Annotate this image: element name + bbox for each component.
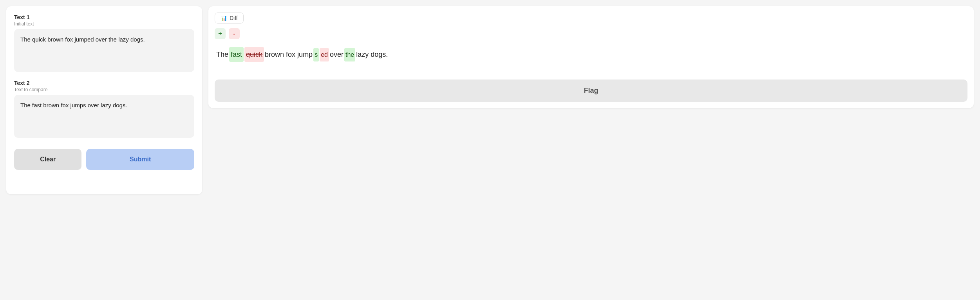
text1-sublabel: Initial text — [14, 21, 194, 27]
diff-tab-row: 📊 Diff — [215, 13, 967, 23]
diff-icon: 📊 — [221, 15, 227, 21]
left-panel: Text 1 Initial text Text 2 Text to compa… — [6, 6, 202, 194]
diff-word-fast: fast — [229, 47, 244, 62]
clear-button[interactable]: Clear — [14, 149, 81, 170]
diff-tab-label: Diff — [230, 15, 238, 21]
action-buttons: Clear Submit — [14, 149, 194, 170]
text2-input[interactable] — [14, 95, 194, 138]
text1-label: Text 1 — [14, 14, 194, 20]
text1-section: Text 1 Initial text — [14, 14, 194, 74]
diff-tab[interactable]: 📊 Diff — [215, 13, 244, 23]
diff-word-brownfoxjump: brown fox jump — [265, 47, 313, 61]
submit-button[interactable]: Submit — [86, 149, 194, 170]
text2-section: Text 2 Text to compare — [14, 80, 194, 139]
toggle-row: + - — [215, 28, 967, 39]
minus-toggle[interactable]: - — [229, 28, 240, 39]
diff-result: The fast quick brown fox jump s ed over … — [215, 44, 967, 65]
diff-char-s-added: s — [313, 48, 319, 61]
diff-word-quick: quick — [244, 47, 264, 62]
flag-button[interactable]: Flag — [215, 80, 967, 102]
diff-word-lazydogs: lazy dogs. — [356, 47, 388, 61]
text1-input[interactable] — [14, 29, 194, 72]
text2-label: Text 2 — [14, 80, 194, 86]
diff-word-the: The — [216, 47, 228, 61]
diff-word-over: over — [330, 47, 344, 61]
diff-word-the-removed: the — [344, 48, 355, 61]
diff-char-ed-removed: ed — [320, 48, 329, 61]
right-panel: 📊 Diff + - The fast quick brown fox jump… — [208, 6, 974, 108]
text2-sublabel: Text to compare — [14, 87, 194, 92]
plus-toggle[interactable]: + — [215, 28, 226, 39]
